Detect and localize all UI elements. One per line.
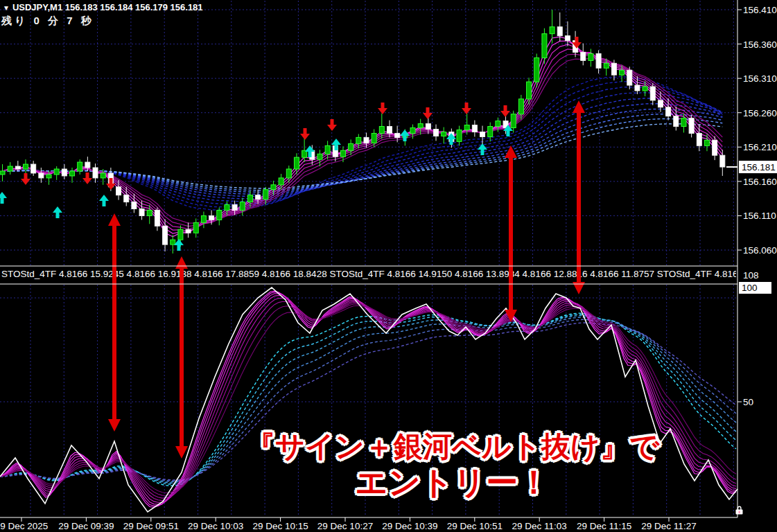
candle-body — [364, 137, 369, 143]
price-axis-label: 156.160 — [743, 177, 777, 187]
candle-body — [201, 215, 206, 222]
candle-body — [658, 100, 663, 107]
candle-body — [713, 140, 717, 155]
candle-body — [263, 190, 268, 200]
time-axis-label: 29 Dec 10:51 — [447, 521, 503, 531]
candle-body — [620, 70, 625, 75]
candle-body — [247, 195, 252, 202]
candle-body — [163, 226, 168, 245]
price-axis-label: 156.260 — [743, 108, 777, 118]
candle-body — [147, 210, 152, 215]
candle-body — [139, 209, 144, 216]
sell-signal-icon — [500, 105, 510, 117]
candle-body — [225, 205, 229, 211]
sub-axis-top-label: 108 — [743, 270, 759, 281]
candle-body — [689, 118, 694, 134]
candle-body — [518, 99, 523, 114]
candle-body — [542, 34, 547, 58]
candle-body — [395, 133, 400, 137]
entry-annotation-arrows — [108, 100, 585, 459]
candle-body — [720, 155, 725, 167]
candle-body — [496, 121, 500, 127]
scale-lock-icon[interactable] — [736, 506, 743, 514]
candle-body — [527, 82, 532, 99]
annotation-caption: 『サイン＋銀河ベルト抜け』で エントリー！ — [159, 429, 746, 500]
caption-line-2: エントリー！ — [159, 464, 746, 500]
candle-body — [588, 53, 593, 60]
candle-body — [442, 132, 446, 136]
double-arrow-annotation — [573, 100, 585, 294]
candle-body — [604, 63, 609, 68]
candle-body — [240, 202, 245, 211]
candle-body — [116, 187, 121, 195]
candle-body — [488, 127, 493, 137]
candle-body — [627, 70, 632, 85]
candle-body — [480, 132, 485, 136]
sell-signal-icon — [106, 178, 116, 190]
candle-body — [24, 164, 28, 169]
candle-body — [426, 124, 430, 130]
candle-body — [557, 27, 562, 36]
candle-body — [674, 116, 679, 127]
candle-body — [101, 173, 105, 178]
candle-body — [8, 166, 12, 171]
candle-body — [155, 210, 159, 226]
candle-body — [511, 114, 516, 128]
time-axis-label: 29 Dec 10:39 — [382, 521, 437, 531]
candle-body — [643, 87, 647, 91]
sell-signal-icon — [462, 103, 471, 114]
candle-body — [581, 52, 586, 60]
candle-body — [15, 166, 20, 169]
time-axis-label: 29 Dec 10:15 — [252, 521, 308, 531]
candle-body — [666, 107, 671, 116]
time-axis-label: 29 Dec 10:27 — [317, 521, 373, 531]
candle-body — [294, 157, 299, 169]
candle-body — [650, 87, 655, 100]
candle-body — [704, 140, 709, 145]
candle-body — [349, 143, 353, 150]
caption-line-1: 『サイン＋銀河ベルト抜け』で — [159, 429, 746, 464]
candle-body — [193, 222, 198, 233]
chart-menu-icon[interactable]: ▼ — [3, 4, 10, 12]
candle-body — [372, 133, 376, 143]
symbol-info-bar: ▼USDJPY,M1 156.183 156.184 156.179 156.1… — [3, 2, 203, 12]
candle-body — [534, 57, 539, 82]
candle-body — [356, 137, 361, 143]
candle-body — [410, 128, 415, 134]
candle-body — [697, 133, 701, 145]
candle-body — [132, 202, 137, 209]
current-price-label: 156.181 — [742, 162, 776, 172]
candle-body — [279, 178, 283, 185]
candle-body — [550, 27, 555, 34]
time-axis-label: 29 Dec 10:03 — [188, 521, 243, 531]
candle-body — [418, 124, 423, 128]
candle-body — [54, 169, 59, 175]
price-axis[interactable]: 156.410156.360156.310156.260156.210156.1… — [726, 5, 777, 256]
time-axis-label: 29 Dec 11:03 — [512, 521, 567, 531]
candle-body — [171, 240, 175, 245]
time-axis[interactable]: 29 Dec 202529 Dec 09:3929 Dec 09:5129 De… — [0, 517, 697, 531]
candle-body — [596, 53, 601, 68]
time-axis-label: 29 Dec 09:51 — [123, 521, 179, 531]
candle-body — [217, 210, 222, 220]
candle-body — [317, 154, 322, 159]
sell-signal-icon — [327, 119, 337, 131]
candle-body — [271, 185, 276, 190]
candle-body — [209, 215, 214, 220]
time-axis-label: 29 Dec 11:27 — [641, 521, 696, 531]
candle-body — [325, 145, 330, 154]
candle-body — [457, 130, 462, 142]
candle-body — [62, 169, 67, 176]
candle-body — [186, 229, 191, 233]
candle-countdown-label: 残り 0 分 7 秒 — [1, 15, 94, 28]
price-axis-label: 156.410 — [743, 5, 777, 15]
double-arrow-annotation — [505, 145, 517, 322]
last-price-marker — [726, 166, 737, 168]
time-axis-label: 29 Dec 2025 — [0, 521, 48, 531]
signal-arrows — [0, 37, 582, 251]
candle-body — [434, 130, 439, 136]
candle-body — [0, 171, 5, 175]
candle-body — [39, 173, 44, 178]
double-arrow-annotation — [175, 256, 188, 459]
candle-body — [379, 127, 384, 134]
